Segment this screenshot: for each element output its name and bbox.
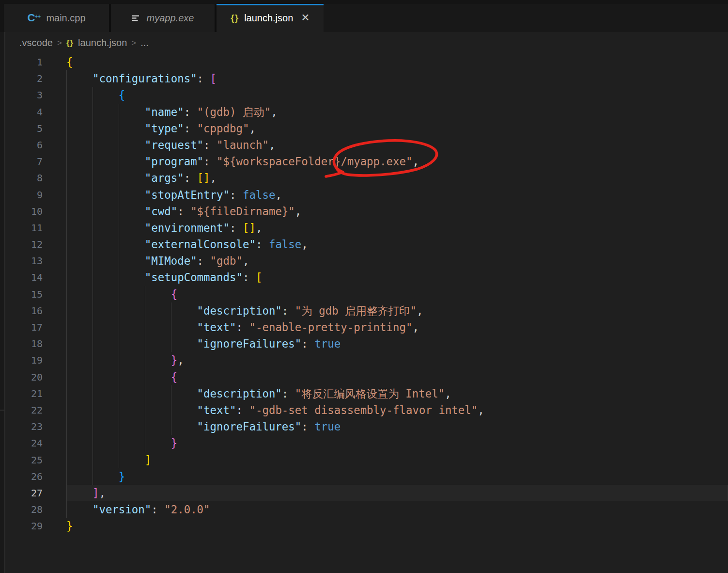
line-number[interactable]: 16 [0,302,43,319]
line-content: "text": "-gdb-set disassembly-flavor int… [66,402,728,418]
line-number[interactable]: 25 [0,452,43,468]
indent-guide [66,335,67,352]
indent-guide [119,170,119,186]
indent-guide [93,203,93,220]
code-line[interactable]: 22 "text": "-gdb-set disassembly-flavor … [0,402,728,418]
code-line[interactable]: 2 "configurations": [ [0,70,728,87]
code-line[interactable]: 20 { [0,369,728,385]
line-number[interactable]: 26 [0,468,43,485]
tab-myapp-exe[interactable]: myapp.exe [111,4,215,32]
code-line[interactable]: 26 } [0,468,728,485]
code-line[interactable]: 9 "stopAtEntry": false, [0,187,728,203]
code-line[interactable]: 5 "type": "cppdbg", [0,120,728,137]
indent-guide [119,435,119,451]
line-content: "externalConsole": false, [66,236,728,253]
line-number[interactable]: 11 [0,220,43,236]
vscode-window: C++ main.cpp myapp.exe {} launch.json × … [0,0,728,573]
line-number[interactable]: 2 [0,70,43,87]
line-content: "args": [], [66,170,728,186]
tab-main-cpp[interactable]: C++ main.cpp [4,4,109,32]
editor-left-sash[interactable] [4,32,5,573]
window-top-edge [0,0,728,4]
indent-guide [93,452,93,468]
line-number[interactable]: 7 [0,153,43,170]
indent-guide [93,253,93,269]
code-line[interactable]: 14 "setupCommands": [ [0,269,728,286]
breadcrumb-file[interactable]: launch.json [78,37,127,48]
line-number[interactable]: 14 [0,269,43,286]
indent-guide [119,104,119,120]
code-line[interactable]: 13 "MIMode": "gdb", [0,253,728,269]
breadcrumb-symbol-more[interactable]: ... [140,37,149,48]
chevron-right-icon: > [131,38,136,48]
line-number[interactable]: 18 [0,335,43,352]
code-line[interactable]: 18 "ignoreFailures": true [0,335,728,352]
line-number[interactable]: 24 [0,435,43,451]
code-line[interactable]: 4 "name": "(gdb) 启动", [0,104,728,120]
line-number[interactable]: 12 [0,236,43,253]
line-number[interactable]: 9 [0,187,43,203]
line-content: "type": "cppdbg", [66,120,728,137]
indent-guide [119,236,119,253]
line-number[interactable]: 22 [0,402,43,418]
code-editor[interactable]: 1{2 "configurations": [3 {4 "name": "(gd… [0,54,728,573]
code-line[interactable]: 17 "text": "-enable-pretty-printing", [0,319,728,335]
code-line[interactable]: 8 "args": [], [0,170,728,186]
code-line[interactable]: 10 "cwd": "${fileDirname}", [0,203,728,220]
tab-launch-json[interactable]: {} launch.json × [217,4,324,32]
line-number[interactable]: 15 [0,286,43,302]
line-number[interactable]: 5 [0,120,43,137]
code-line[interactable]: 29} [0,518,728,534]
line-number[interactable]: 3 [0,87,43,103]
line-number[interactable]: 29 [0,518,43,534]
code-line[interactable]: 3 { [0,87,728,103]
indent-guide [66,236,67,253]
indent-guide [93,236,93,253]
code-line[interactable]: 6 "request": "launch", [0,137,728,153]
code-line[interactable]: 15 { [0,286,728,302]
line-number[interactable]: 6 [0,137,43,153]
indent-guide [93,153,93,170]
json-file-icon: {} [231,13,239,23]
chevron-right-icon: > [57,38,62,48]
breadcrumb-folder[interactable]: .vscode [19,37,53,48]
code-line[interactable]: 27 ], [0,485,728,501]
line-number[interactable]: 17 [0,319,43,335]
indent-guide [66,137,67,153]
code-line[interactable]: 25 ] [0,452,728,468]
code-line[interactable]: 11 "environment": [], [0,220,728,236]
line-number[interactable]: 4 [0,104,43,120]
line-content: "description": "将反汇编风格设置为 Intel", [66,385,728,402]
code-line[interactable]: 19 }, [0,352,728,368]
line-number[interactable]: 27 [0,485,43,501]
code-line[interactable]: 24 } [0,435,728,451]
line-number[interactable]: 10 [0,203,43,220]
code-line[interactable]: 23 "ignoreFailures": true [0,418,728,435]
line-number[interactable]: 19 [0,352,43,368]
line-number[interactable]: 20 [0,369,43,385]
line-number[interactable]: 13 [0,253,43,269]
indent-guide [66,187,67,203]
code-line[interactable]: 1{ [0,54,728,70]
indent-guide [66,402,67,418]
close-icon[interactable]: × [301,11,309,24]
indent-guide [171,302,171,319]
line-content: "version": "2.0.0" [66,501,728,518]
line-number[interactable]: 8 [0,170,43,186]
code-line[interactable]: 28 "version": "2.0.0" [0,501,728,518]
line-content: { [66,369,728,385]
indent-guide [119,253,119,269]
line-content: ], [66,485,728,501]
code-line[interactable]: 16 "description": "为 gdb 启用整齐打印", [0,302,728,319]
code-line[interactable]: 12 "externalConsole": false, [0,236,728,253]
code-line[interactable]: 21 "description": "将反汇编风格设置为 Intel", [0,385,728,402]
line-number[interactable]: 1 [0,54,43,70]
indent-guide [93,170,93,186]
code-line[interactable]: 7 "program": "${workspaceFolder}/myapp.e… [0,153,728,170]
indent-guide [66,170,67,186]
line-number[interactable]: 21 [0,385,43,402]
line-number[interactable]: 28 [0,501,43,518]
line-number[interactable]: 23 [0,418,43,435]
line-content: } [66,435,728,451]
indent-guide [66,203,67,220]
